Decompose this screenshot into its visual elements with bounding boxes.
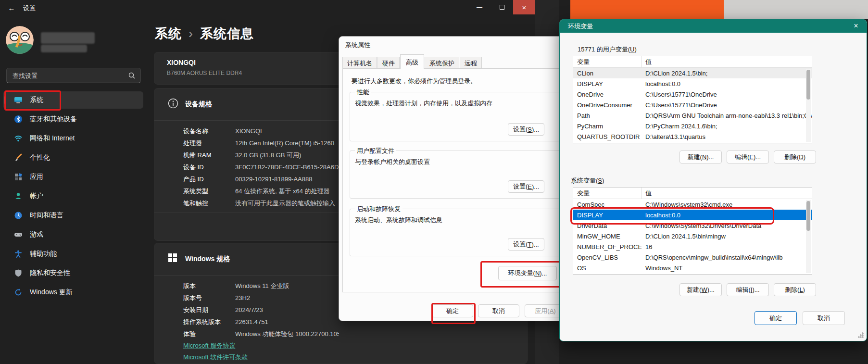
scrollbar[interactable] <box>806 69 811 142</box>
spec-label: 版本号 <box>183 294 235 302</box>
spec-label: 版本 <box>183 282 235 290</box>
spec-label: 处理器 <box>183 139 235 148</box>
sidebar-item-蓝牙和其他设备[interactable]: 蓝牙和其他设备 <box>3 111 143 128</box>
table-row-QUARTUS_ROOTDIR[interactable]: QUARTUS_ROOTDIRD:\altera\13.1\quartus <box>573 131 812 142</box>
device-model: B760M AORUS ELITE DDR4 <box>167 70 242 76</box>
breadcrumb-section[interactable]: 系统 <box>155 26 182 41</box>
table-row-CLion[interactable]: CLionD:\CLion 2024.1.5\bin; <box>573 68 812 78</box>
delete-user-variable-button[interactable]: 删除(D) <box>774 151 816 163</box>
windows-spec-title: Windows 规格 <box>185 255 230 264</box>
spec-label: 机带 RAM <box>183 151 235 160</box>
background-window-orange-bar <box>570 0 724 19</box>
delete-system-variable-button[interactable]: 删除(L) <box>774 283 816 296</box>
edit-system-variable-button[interactable]: 编辑(I)... <box>727 283 769 296</box>
table-row-DISPLAY[interactable]: DISPLAYlocalhost:0.0 <box>573 78 812 89</box>
scrollbar-thumb[interactable] <box>806 201 810 231</box>
tab-硬件[interactable]: 硬件 <box>377 57 400 69</box>
scrollbar-thumb[interactable] <box>806 70 810 100</box>
avatar[interactable] <box>6 26 34 54</box>
spec-label: 系统类型 <box>183 187 235 196</box>
settings-button[interactable]: 设置(T)... <box>508 238 544 251</box>
spec-value: 64 位操作系统, 基于 x64 的处理器 <box>235 187 339 196</box>
clock-globe-icon <box>13 211 23 220</box>
search-input[interactable]: 查找设置 <box>6 68 141 83</box>
user-variables-label: 15771 的用户变量(U) <box>578 45 637 54</box>
variable-value: D:\QRS\Arm GNU Toolchain arm-none-eabi\1… <box>642 112 812 119</box>
wifi-icon <box>13 134 23 143</box>
windows-spec-rows: 版本Windows 11 企业版版本号23H2安装日期2024/7/23操作系统… <box>183 280 339 340</box>
edit-user-variable-button[interactable]: 编辑(E)... <box>727 151 769 163</box>
close-button[interactable]: × <box>513 0 535 14</box>
column-value[interactable]: 值 <box>642 58 812 66</box>
variable-value: D:\QRS\opencv\mingw_build\install\x64\mi… <box>642 254 812 261</box>
scrollbar[interactable] <box>806 200 811 273</box>
system-variables-label: 系统变量(S) <box>571 176 604 185</box>
column-value[interactable]: 值 <box>642 189 812 198</box>
sidebar-item-时间和语言[interactable]: 时间和语言 <box>3 207 143 224</box>
environment-variables-button[interactable]: 环境变量(N)... <box>498 266 557 280</box>
cancel-button[interactable]: 取消 <box>803 311 845 325</box>
sidebar-item-游戏[interactable]: 游戏 <box>3 226 143 243</box>
close-icon[interactable]: × <box>850 21 862 31</box>
tab-远程[interactable]: 远程 <box>460 57 482 69</box>
sidebar-item-系统[interactable]: 系统 <box>3 91 143 109</box>
sidebar-item-应用[interactable]: 应用 <box>3 168 143 186</box>
windows-grid-icon <box>168 253 177 264</box>
tab-计算机名[interactable]: 计算机名 <box>342 57 377 69</box>
table-row-Path[interactable]: PathD:\QRS\Arm GNU Toolchain arm-none-ea… <box>573 110 812 121</box>
new-user-variable-button[interactable]: 新建(N)... <box>679 151 722 163</box>
ms-link[interactable]: Microsoft 服务协议 <box>183 341 248 350</box>
sidebar-item-label: 应用 <box>30 173 43 181</box>
system-variables-table[interactable]: 变量值ComSpecC:\Windows\system32\cmd.exeDIS… <box>573 187 812 275</box>
table-row-NUMBER_OF_PROCESSORS[interactable]: NUMBER_OF_PROCESSORS16 <box>573 241 812 252</box>
table-row-PyCharm[interactable]: PyCharmD:\PyCharm 2024.1.6\bin; <box>573 121 812 131</box>
maximize-icon <box>500 5 504 10</box>
monitor-icon <box>13 95 23 105</box>
resize-grip[interactable] <box>858 332 864 338</box>
page-title: 系统信息 <box>200 26 254 41</box>
ok-button[interactable]: 确定 <box>432 304 473 317</box>
sidebar-item-Windows 更新[interactable]: Windows 更新 <box>3 284 143 301</box>
variable-value: C:\Users\15771\OneDrive <box>642 101 812 109</box>
microsoft-links: Microsoft 服务协议Microsoft 软件许可条款 <box>183 341 248 364</box>
table-row-DISPLAY[interactable]: DISPLAYlocalhost:0.0 <box>573 210 812 220</box>
table-row-MinGW_HOME[interactable]: MinGW_HOMED:\CLion 2024.1.5\bin\mingw <box>573 231 812 241</box>
spec-label: 操作系统版本 <box>183 318 235 326</box>
back-button[interactable]: ← <box>5 3 18 13</box>
sidebar-item-帐户[interactable]: 帐户 <box>3 188 143 205</box>
table-row-OS[interactable]: OSWindows_NT <box>573 263 812 273</box>
spec-label: 产品 ID <box>183 175 235 184</box>
variable-value: D:\CLion 2024.1.5\bin\mingw <box>642 233 812 240</box>
column-variable[interactable]: 变量 <box>573 188 642 199</box>
table-row-ComSpec[interactable]: ComSpecC:\Windows\system32\cmd.exe <box>573 199 812 210</box>
variable-value: localhost:0.0 <box>642 80 812 88</box>
table-row-OneDrive[interactable]: OneDriveC:\Users\15771\OneDrive <box>573 89 812 100</box>
variable-value: localhost:0.0 <box>642 212 812 219</box>
minimize-button[interactable]: — <box>468 0 491 14</box>
table-row-OneDriveConsumer[interactable]: OneDriveConsumerC:\Users\15771\OneDrive <box>573 100 812 110</box>
apps-grid-icon <box>13 172 23 182</box>
sidebar-item-辅助功能[interactable]: 辅助功能 <box>3 245 143 263</box>
table-row-OpenCV_LIBS[interactable]: OpenCV_LIBSD:\QRS\opencv\mingw_build\ins… <box>573 252 812 263</box>
cancel-button[interactable]: 取消 <box>478 304 519 317</box>
sidebar-item-label: 辅助功能 <box>30 250 57 258</box>
sidebar-item-隐私和安全性[interactable]: 隐私和安全性 <box>3 264 143 282</box>
sidebar-item-label: 个性化 <box>30 153 50 162</box>
admin-note: 要进行大多数更改，你必须作为管理员登录。 <box>352 77 477 86</box>
system-properties-tabs: 计算机名硬件高级系统保护远程 <box>342 54 482 69</box>
sidebar-item-网络和 Internet[interactable]: 网络和 Internet <box>3 130 143 147</box>
sidebar-item-个性化[interactable]: 个性化 <box>3 149 143 166</box>
ms-link[interactable]: Microsoft 软件许可条款 <box>183 353 248 362</box>
settings-button[interactable]: 设置(S)... <box>508 123 544 136</box>
variable-name: OneDriveConsumer <box>573 101 642 109</box>
settings-button[interactable]: 设置(E)... <box>508 180 544 193</box>
ok-button[interactable]: 确定 <box>755 311 797 325</box>
column-variable[interactable]: 变量 <box>573 56 642 67</box>
tab-高级[interactable]: 高级 <box>400 54 424 69</box>
tab-系统保护[interactable]: 系统保护 <box>425 57 459 69</box>
maximize-button[interactable] <box>491 0 513 14</box>
new-system-variable-button[interactable]: 新建(W)... <box>679 283 722 296</box>
spec-row: 设备 ID3F0C71B2-78DF-4DCF-B615-28A6D <box>183 161 339 173</box>
table-row-DriverData[interactable]: DriverDataC:\Windows\System32\Drivers\Dr… <box>573 220 812 231</box>
user-variables-table[interactable]: 变量值CLionD:\CLion 2024.1.5\bin;DISPLAYloc… <box>573 56 812 143</box>
